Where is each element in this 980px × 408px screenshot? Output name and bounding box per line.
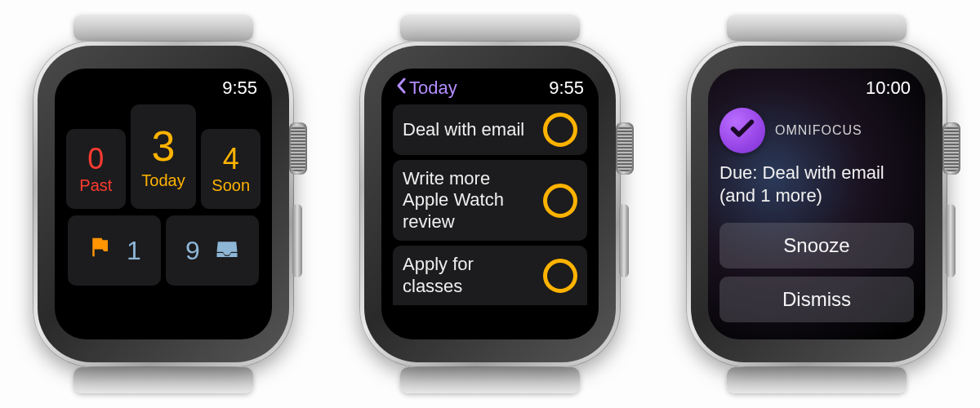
tile-today-count: 3	[152, 124, 176, 169]
tile-today[interactable]: 3 Today	[131, 104, 197, 209]
app-icon	[719, 108, 765, 153]
inbox-icon	[215, 236, 239, 266]
clock-time: 9:55	[549, 78, 584, 99]
digital-crown[interactable]	[289, 122, 307, 175]
tile-soon-label: Soon	[212, 177, 250, 194]
task-title: Apply for classes	[403, 254, 535, 297]
inbox-count: 9	[185, 236, 200, 266]
task-title: Deal with email	[403, 119, 535, 140]
chevron-left-icon	[396, 78, 408, 99]
clock-time: 10:00	[866, 78, 911, 99]
flagged-count: 1	[127, 236, 141, 266]
tile-past[interactable]: 0 Past	[66, 129, 126, 209]
tile-past-label: Past	[79, 177, 112, 194]
flag-icon	[87, 235, 112, 266]
tile-flagged[interactable]: 1	[68, 215, 161, 286]
dashboard-bottom-row: 1 9	[66, 215, 261, 286]
notification-header: OMNIFOCUS	[719, 108, 914, 153]
task-complete-circle[interactable]	[543, 184, 577, 218]
status-bar: 10:00	[719, 77, 914, 100]
dashboard-top-row: 0 Past 3 Today 4 Soon	[66, 104, 261, 209]
side-button[interactable]	[946, 204, 956, 277]
clock-time: 9:55	[222, 78, 257, 99]
tile-past-count: 0	[87, 144, 104, 175]
screen-dashboard: 9:55 0 Past 3 Today 4 Soon	[55, 69, 272, 339]
task-complete-circle[interactable]	[543, 259, 577, 293]
dismiss-label: Dismiss	[782, 288, 851, 311]
task-row[interactable]: Apply for classes	[393, 246, 587, 305]
tile-soon-count: 4	[223, 144, 239, 175]
checkmark-icon	[728, 115, 756, 146]
snooze-label: Snooze	[783, 234, 849, 257]
notification-actions: Snooze Dismiss	[719, 223, 914, 322]
watch-dashboard: 9:55 0 Past 3 Today 4 Soon	[16, 16, 310, 392]
tile-inbox[interactable]: 9	[166, 215, 259, 286]
back-button[interactable]: Today	[396, 78, 457, 99]
snooze-button[interactable]: Snooze	[719, 223, 914, 268]
status-bar: 9:55	[66, 77, 261, 100]
watch-today-list: Today 9:55 Deal with email Write more Ap…	[343, 16, 637, 392]
watch-notification: 10:00 OMNIFOCUS Due: Deal with email (an…	[670, 16, 964, 392]
tile-soon[interactable]: 4 Soon	[201, 129, 261, 209]
task-complete-circle[interactable]	[543, 113, 577, 147]
watch-case: 10:00 OMNIFOCUS Due: Deal with email (an…	[686, 41, 947, 367]
status-bar: Today 9:55	[393, 77, 587, 100]
notification-body: Due: Deal with email (and 1 more)	[719, 162, 914, 206]
digital-crown[interactable]	[942, 122, 960, 175]
task-list[interactable]: Deal with email Write more Apple Watch r…	[393, 104, 587, 305]
watch-case: Today 9:55 Deal with email Write more Ap…	[359, 41, 621, 367]
dismiss-button[interactable]: Dismiss	[719, 277, 914, 322]
digital-crown[interactable]	[616, 122, 634, 175]
screen-today-list: Today 9:55 Deal with email Write more Ap…	[381, 69, 599, 339]
side-button[interactable]	[619, 204, 629, 277]
screen-notification: 10:00 OMNIFOCUS Due: Deal with email (an…	[708, 69, 925, 339]
task-row[interactable]: Write more Apple Watch review	[393, 160, 587, 241]
side-button[interactable]	[292, 204, 302, 277]
task-title: Write more Apple Watch review	[403, 168, 535, 233]
watch-case: 9:55 0 Past 3 Today 4 Soon	[33, 41, 294, 367]
back-label: Today	[409, 78, 457, 99]
task-row[interactable]: Deal with email	[393, 104, 587, 155]
app-name: OMNIFOCUS	[775, 123, 862, 138]
tile-today-label: Today	[141, 172, 185, 189]
